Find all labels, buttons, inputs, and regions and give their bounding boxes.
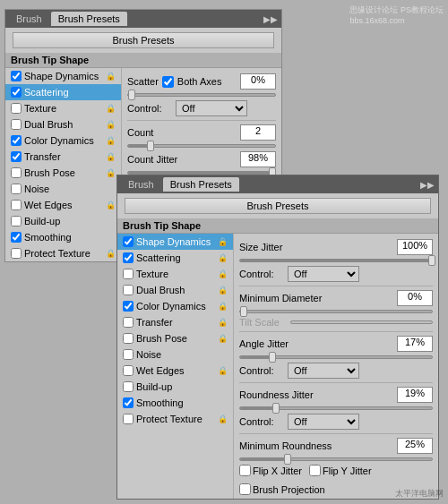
panel-1-item-7[interactable]: Noise: [5, 181, 121, 197]
min-roundness-value: 25%: [397, 438, 433, 454]
angle-jitter-control-select[interactable]: Off: [288, 363, 359, 379]
panel-2-left: Shape Dynamics 🔒 Scattering 🔒 Texture 🔒 …: [117, 234, 234, 499]
size-jitter-control-select[interactable]: Off: [288, 266, 359, 282]
panel-2-item-11[interactable]: Protect Texture 🔒: [117, 411, 233, 427]
panel-1-check-3[interactable]: [11, 119, 22, 130]
tilt-scale-slider[interactable]: [290, 320, 433, 324]
panel-2-check-3[interactable]: [123, 285, 134, 295]
panel-1-tab-presets[interactable]: Brush Presets: [51, 12, 127, 26]
panel-1-check-9[interactable]: [11, 216, 22, 226]
panel-1-check-6[interactable]: [11, 167, 22, 178]
brush-projection-checkbox[interactable]: [239, 483, 251, 495]
panel-2-item-8[interactable]: Wet Edges 🔒: [117, 363, 233, 379]
panel-1-check-4[interactable]: [11, 135, 22, 146]
count-jitter-value: 98%: [240, 151, 276, 167]
size-jitter-slider-thumb[interactable]: [428, 255, 435, 266]
panel-2-item-7[interactable]: Noise: [117, 346, 233, 363]
panel-2-tab-presets[interactable]: Brush Presets: [163, 177, 239, 192]
panel-1-item-9[interactable]: Build-up: [5, 213, 121, 229]
angle-jitter-slider-row: [239, 355, 433, 359]
panel-2-item-4[interactable]: Color Dynamics 🔒: [117, 298, 233, 314]
panel-1-item-0[interactable]: Shape Dynamics 🔒: [5, 68, 121, 84]
divider-1: [127, 120, 276, 121]
angle-jitter-slider-thumb[interactable]: [269, 352, 276, 363]
panel-2-item-9[interactable]: Build-up: [117, 379, 233, 395]
size-jitter-control-label: Control:: [239, 269, 284, 279]
panel-2-item-6[interactable]: Brush Pose 🔒: [117, 330, 233, 346]
panel-2-preset-button[interactable]: Brush Presets: [125, 198, 431, 214]
panel-2-check-0[interactable]: [123, 236, 134, 247]
panel-2-item-1[interactable]: Scattering 🔒: [117, 250, 233, 266]
panel-2-check-6[interactable]: [123, 333, 134, 344]
angle-jitter-slider-fill: [240, 356, 272, 358]
roundness-jitter-slider[interactable]: [239, 406, 433, 410]
panel-1-label-5: Transfer: [24, 151, 103, 162]
count-slider[interactable]: [127, 144, 276, 148]
panel-2-check-1[interactable]: [123, 252, 134, 263]
panel-2-check-11[interactable]: [123, 414, 134, 424]
scatter-control-select[interactable]: Off: [176, 100, 247, 116]
roundness-jitter-slider-thumb[interactable]: [272, 403, 280, 414]
panel-1-item-4[interactable]: Color Dynamics 🔒: [5, 132, 121, 149]
panel-2-check-9[interactable]: [123, 381, 134, 392]
panel-1-check-7[interactable]: [11, 184, 22, 194]
flip-y-jitter-checkbox[interactable]: [309, 465, 321, 476]
panel-2-item-10[interactable]: Smoothing: [117, 395, 233, 411]
panel-1-preset-button[interactable]: Brush Presets: [13, 32, 274, 48]
panel-2-item-5[interactable]: Transfer 🔒: [117, 314, 233, 330]
panel-1-item-8[interactable]: Wet Edges 🔒: [5, 197, 121, 213]
min-roundness-slider[interactable]: [239, 457, 433, 461]
panel-2-item-0[interactable]: Shape Dynamics 🔒: [117, 234, 233, 250]
min-roundness-slider-thumb[interactable]: [284, 454, 291, 465]
count-slider-row: [127, 144, 276, 148]
panel-1-item-2[interactable]: Texture 🔒: [5, 100, 121, 116]
panel-1-check-1[interactable]: [11, 87, 22, 98]
panel-2-item-3[interactable]: Dual Brush 🔒: [117, 282, 233, 298]
count-row: Count 2: [127, 124, 276, 141]
min-diameter-slider[interactable]: [239, 310, 433, 313]
flip-x-jitter-checkbox[interactable]: [239, 465, 251, 476]
panel-2-label-5: Transfer: [136, 317, 215, 328]
panel-2-check-8[interactable]: [123, 365, 134, 376]
roundness-jitter-label: Roundness Jitter: [239, 389, 314, 400]
panel-1-tab-brush[interactable]: Brush: [9, 12, 49, 26]
panel-1-item-1[interactable]: Scattering: [5, 84, 121, 100]
scatter-control-row: Control: Off: [127, 100, 276, 116]
panel-2-label-0: Shape Dynamics: [136, 236, 215, 247]
panel-1-item-3[interactable]: Dual Brush 🔒: [5, 116, 121, 132]
panel-2-label-4: Color Dynamics: [136, 301, 215, 312]
panel-1-check-5[interactable]: [11, 151, 22, 162]
panel-2-lock-0: 🔒: [218, 237, 228, 246]
panel-1-lock-2: 🔒: [106, 104, 116, 113]
both-axes-checkbox[interactable]: [162, 76, 174, 88]
panel-1-item-11[interactable]: Protect Texture 🔒: [5, 245, 121, 261]
angle-jitter-slider[interactable]: [239, 355, 433, 359]
panel-1-item-6[interactable]: Brush Pose 🔒: [5, 165, 121, 181]
panel-2-check-5[interactable]: [123, 317, 134, 328]
roundness-jitter-control-select[interactable]: Off: [288, 414, 359, 430]
panel-2-item-2[interactable]: Texture 🔒: [117, 266, 233, 282]
panel-1-item-5[interactable]: Transfer 🔒: [5, 149, 121, 165]
panel-1-check-2[interactable]: [11, 103, 22, 114]
panel-1-check-10[interactable]: [11, 232, 22, 243]
panel-2-tab-brush[interactable]: Brush: [121, 177, 161, 192]
scatter-slider[interactable]: [127, 93, 276, 97]
panel-1-check-0[interactable]: [11, 71, 22, 81]
panel-1-check-11[interactable]: [11, 248, 22, 259]
min-diameter-slider-thumb[interactable]: [240, 306, 247, 317]
panel-2-check-10[interactable]: [123, 397, 134, 408]
divider-2a: [239, 286, 433, 286]
panel-1-check-8[interactable]: [11, 200, 22, 210]
panel-1-menu[interactable]: ▶▶: [263, 14, 278, 24]
scatter-slider-thumb[interactable]: [128, 90, 135, 100]
panel-2-menu[interactable]: ▶▶: [420, 180, 435, 190]
size-jitter-slider[interactable]: [239, 259, 433, 262]
panel-2: Brush Brush Presets ▶▶ Brush Presets Bru…: [116, 175, 439, 500]
panel-2-check-7[interactable]: [123, 349, 134, 360]
panel-2-lock-8: 🔒: [218, 366, 228, 375]
panel-2-check-2[interactable]: [123, 269, 134, 279]
panel-1-item-10[interactable]: Smoothing: [5, 229, 121, 245]
panel-2-check-4[interactable]: [123, 301, 134, 312]
count-slider-thumb[interactable]: [147, 141, 154, 151]
panel-1-label-10: Smoothing: [24, 232, 116, 243]
